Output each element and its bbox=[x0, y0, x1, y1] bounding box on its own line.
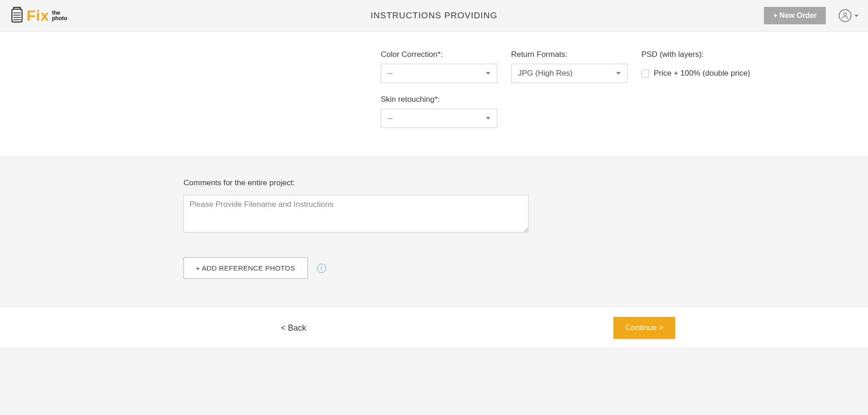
logo-icon bbox=[9, 6, 25, 25]
return-formats-select[interactable]: JPG (High Res) bbox=[511, 64, 628, 83]
info-icon[interactable]: i bbox=[317, 264, 326, 273]
footer: < Back Continue > bbox=[0, 306, 868, 347]
color-correction-value: -- bbox=[388, 69, 393, 78]
avatar-icon bbox=[839, 9, 851, 22]
chevron-down-icon bbox=[854, 15, 859, 17]
logo-text-main: Fix bbox=[27, 8, 49, 23]
color-correction-field: Color Correction*: -- bbox=[381, 50, 497, 83]
skin-retouching-select[interactable]: -- bbox=[381, 109, 497, 128]
comments-section: Comments for the entire project: + ADD R… bbox=[0, 155, 868, 306]
logo-text-sub: the photo bbox=[52, 10, 67, 21]
comments-label: Comments for the entire project: bbox=[184, 178, 758, 188]
new-order-button[interactable]: + New Order bbox=[764, 7, 826, 24]
logo[interactable]: Fix the photo bbox=[9, 6, 67, 25]
form-section: Color Correction*: -- Skin retouching*: … bbox=[0, 32, 868, 155]
profile-menu[interactable] bbox=[839, 9, 859, 22]
header-right: + New Order bbox=[764, 7, 859, 24]
chevron-down-icon bbox=[486, 117, 490, 120]
return-formats-field: Return Formats: JPG (High Res) bbox=[511, 50, 628, 83]
comments-textarea[interactable] bbox=[184, 195, 529, 232]
psd-checkbox-label: Price + 100% (double price) bbox=[654, 69, 750, 78]
return-formats-value: JPG (High Res) bbox=[518, 69, 573, 78]
chevron-down-icon bbox=[616, 72, 621, 75]
return-formats-label: Return Formats: bbox=[511, 50, 628, 59]
back-link[interactable]: < Back bbox=[281, 323, 306, 333]
continue-button[interactable]: Continue > bbox=[613, 317, 675, 339]
psd-field: PSD (with layers): Price + 100% (double … bbox=[641, 50, 750, 83]
psd-checkbox[interactable] bbox=[641, 70, 649, 77]
page-title: INSTRUCTIONS PROVIDING bbox=[371, 11, 497, 21]
psd-label: PSD (with layers): bbox=[641, 50, 750, 59]
add-reference-photos-button[interactable]: + ADD REFERENCE PHOTOS bbox=[184, 257, 308, 279]
header: Fix the photo INSTRUCTIONS PROVIDING + N… bbox=[0, 0, 868, 32]
skin-retouching-value: -- bbox=[388, 114, 393, 123]
skin-retouching-field: Skin retouching*: -- bbox=[381, 95, 497, 128]
color-correction-label: Color Correction*: bbox=[381, 50, 497, 59]
skin-retouching-label: Skin retouching*: bbox=[381, 95, 497, 104]
chevron-down-icon bbox=[486, 72, 490, 75]
svg-point-1 bbox=[844, 13, 846, 16]
color-correction-select[interactable]: -- bbox=[381, 64, 497, 83]
